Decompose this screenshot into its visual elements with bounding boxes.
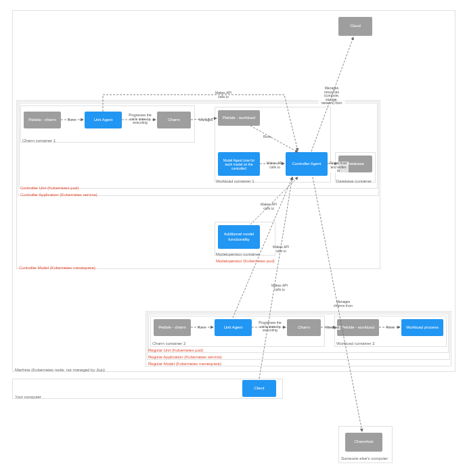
node-pebble-workload-1: Pebble - workload — [218, 110, 260, 126]
text-prog-1: Progresses the unit's state by executing — [127, 114, 153, 125]
node-workload-process: Workload process — [401, 319, 443, 336]
node-pebble-charm-2: Pebble - charm — [154, 319, 191, 336]
label-charm-container-2: Charm container 2 — [152, 341, 185, 346]
edge-api-5: Makes API calls to — [269, 284, 290, 291]
node-additional-model: Additional model functionality — [218, 225, 260, 249]
edge-runs-2: Runs — [263, 135, 272, 139]
label-machine: Machine (Kubernetes node; not managed by… — [15, 368, 105, 372]
node-model-agent: Model Agent (one for each model on the c… — [218, 152, 260, 176]
edge-api-4: Makes API calls to — [271, 245, 291, 253]
node-controller-agent: Controller Agent — [286, 152, 328, 176]
label-controller-model: Controller Model (Kubernetes namespace) — [19, 266, 95, 270]
label-database-container: Database container — [336, 179, 372, 183]
label-someone-else: Someone else's computer — [341, 456, 388, 460]
edge-runs-3: Runs — [197, 326, 206, 330]
node-cloud: Cloud — [338, 17, 372, 36]
edge-api-1: Makes API calls to — [213, 91, 234, 99]
edge-manages-resources: Manages resources (compute, storage, net… — [318, 87, 345, 105]
node-charmhub: Charmhub — [345, 433, 382, 452]
node-unit-agent-2: Unit Agent — [215, 319, 252, 336]
node-charm-1: Charm — [157, 112, 191, 128]
label-workload-container-1: Workload container 1 — [216, 179, 254, 183]
label-modeloperator: Modeloperator (Kubernetes pod) — [216, 259, 275, 263]
node-client: Client — [242, 380, 276, 397]
node-unit-agent-1: Unit Agent — [85, 112, 122, 128]
label-controller-app: Controller Application (Kubernetes servi… — [20, 193, 97, 197]
label-modeloperator-container: Modeloperator container — [216, 252, 260, 256]
edge-api-3: Makes API calls to — [259, 203, 279, 210]
edge-api-2: Makes API calls to — [265, 162, 284, 169]
label-controller-unit: Controller Unit (Kubernetes pod) — [20, 186, 79, 190]
edge-manages-charms: Manages charms from — [333, 300, 353, 308]
node-pebble-charm-1: Pebble - charm — [24, 112, 61, 128]
node-charm-2: Charm — [287, 319, 321, 336]
edge-reads-writes: Reads from and writes to — [328, 162, 349, 173]
text-prog-2: Progresses the unit's state by executing — [257, 321, 283, 333]
edge-manages-1: Manages — [198, 118, 214, 122]
label-regular-model: Regular Model (Kubernetes namespace) — [148, 362, 221, 366]
label-charm-container-1: Charm container 1 — [22, 139, 55, 143]
label-your-computer: Your computer — [15, 395, 41, 399]
label-workload-container-2: Workload container 2 — [336, 341, 375, 346]
node-pebble-workload-2: Pebble - workload — [337, 319, 379, 336]
edge-runs-1: Runs — [67, 118, 76, 122]
edge-manages-2: Manages — [325, 326, 340, 330]
label-regular-app: Regular Application (Kubernetes service) — [148, 355, 222, 359]
edge-runs-4: Runs — [386, 326, 395, 330]
label-regular-unit: Regular Unit (Kubernetes pod) — [148, 348, 203, 352]
